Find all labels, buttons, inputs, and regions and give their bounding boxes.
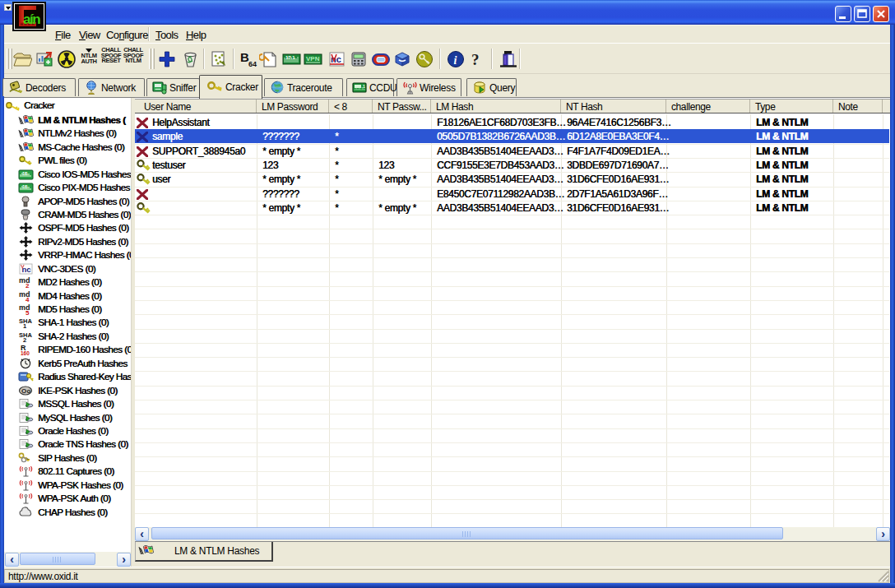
svg-text:.1: .1 [362,84,365,89]
svg-text:VPN: VPN [306,55,320,63]
svg-text:17.1: 17.1 [285,55,295,60]
svg-text:o: o [27,387,31,395]
svg-text:2: 2 [26,282,30,288]
svg-text:O: O [21,387,26,395]
svg-text:4: 4 [26,296,30,302]
svg-text:1: 1 [23,322,26,328]
svg-text:15: 15 [22,184,28,189]
svg-text:15: 15 [22,171,28,176]
svg-text:64: 64 [248,60,257,68]
svg-text:?: ? [471,51,480,68]
svg-text:i: i [454,54,457,67]
svg-text:2: 2 [23,336,26,342]
svg-text:aín: aín [23,12,40,27]
svg-text:160: 160 [21,350,30,355]
svg-text:5: 5 [26,309,30,315]
